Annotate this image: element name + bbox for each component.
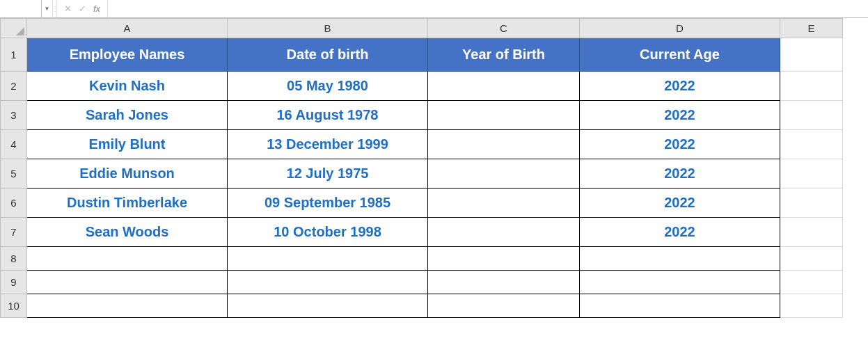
col-header-D[interactable]: D <box>580 19 780 38</box>
header-current-age[interactable]: Current Age <box>580 38 780 72</box>
grid-table: A B C D E 1 Employee Names Date of birth… <box>0 18 843 318</box>
cell-B8[interactable] <box>228 247 428 271</box>
cell-E8[interactable] <box>780 247 843 271</box>
table-row: 2 Kevin Nash 05 May 1980 2022 <box>1 72 843 101</box>
row-header-9[interactable]: 9 <box>1 271 27 294</box>
spreadsheet-grid: A B C D E 1 Employee Names Date of birth… <box>0 18 868 318</box>
formula-bar: ▼ ⋮ ✕ ✓ fx <box>0 0 868 18</box>
col-header-E[interactable]: E <box>780 19 843 38</box>
cell-A2[interactable]: Kevin Nash <box>27 72 228 101</box>
cancel-icon[interactable]: ✕ <box>64 3 72 14</box>
header-date-of-birth[interactable]: Date of birth <box>228 38 428 72</box>
cell-D4[interactable]: 2022 <box>580 130 780 159</box>
cell-C4[interactable] <box>428 130 580 159</box>
row-header-1[interactable]: 1 <box>1 38 27 72</box>
cell-E10[interactable] <box>780 294 843 318</box>
cell-C5[interactable] <box>428 159 580 189</box>
table-row: 10 <box>1 294 843 318</box>
cell-E6[interactable] <box>780 189 843 218</box>
table-row: 6 Dustin Timberlake 09 September 1985 20… <box>1 189 843 218</box>
cell-D10[interactable] <box>580 294 780 318</box>
column-header-row: A B C D E <box>1 19 843 38</box>
header-employee-names[interactable]: Employee Names <box>27 38 228 72</box>
enter-icon[interactable]: ✓ <box>79 3 86 14</box>
cell-A10[interactable] <box>27 294 228 318</box>
cell-A8[interactable] <box>27 247 228 271</box>
cell-E3[interactable] <box>780 101 843 130</box>
col-header-A[interactable]: A <box>27 19 228 38</box>
cell-A9[interactable] <box>27 271 228 294</box>
formula-input[interactable] <box>108 0 868 17</box>
select-all-corner[interactable] <box>1 19 27 38</box>
header-year-of-birth[interactable]: Year of Birth <box>428 38 580 72</box>
cell-D6[interactable]: 2022 <box>580 189 780 218</box>
cell-E1[interactable] <box>780 38 843 72</box>
cell-C3[interactable] <box>428 101 580 130</box>
row-header-5[interactable]: 5 <box>1 159 27 189</box>
table-row: 8 <box>1 247 843 271</box>
cell-E2[interactable] <box>780 72 843 101</box>
table-row: 5 Eddie Munson 12 July 1975 2022 <box>1 159 843 189</box>
cell-D3[interactable]: 2022 <box>580 101 780 130</box>
table-row: 1 Employee Names Date of birth Year of B… <box>1 38 843 72</box>
cell-B6[interactable]: 09 September 1985 <box>228 189 428 218</box>
cell-E9[interactable] <box>780 271 843 294</box>
cell-A3[interactable]: Sarah Jones <box>27 101 228 130</box>
cell-A5[interactable]: Eddie Munson <box>27 159 228 189</box>
cell-E7[interactable] <box>780 218 843 247</box>
cell-A7[interactable]: Sean Woods <box>27 218 228 247</box>
cell-A6[interactable]: Dustin Timberlake <box>27 189 228 218</box>
table-row: 9 <box>1 271 843 294</box>
cell-D2[interactable]: 2022 <box>580 72 780 101</box>
name-box[interactable] <box>0 0 42 17</box>
row-header-2[interactable]: 2 <box>1 72 27 101</box>
fx-icon[interactable]: fx <box>93 3 100 14</box>
cell-D5[interactable]: 2022 <box>580 159 780 189</box>
row-header-7[interactable]: 7 <box>1 218 27 247</box>
col-header-B[interactable]: B <box>228 19 428 38</box>
table-row: 7 Sean Woods 10 October 1998 2022 <box>1 218 843 247</box>
cell-C6[interactable] <box>428 189 580 218</box>
cell-E4[interactable] <box>780 130 843 159</box>
cell-E5[interactable] <box>780 159 843 189</box>
cell-C9[interactable] <box>428 271 580 294</box>
row-header-3[interactable]: 3 <box>1 101 27 130</box>
cell-D9[interactable] <box>580 271 780 294</box>
row-header-8[interactable]: 8 <box>1 247 27 271</box>
table-row: 3 Sarah Jones 16 August 1978 2022 <box>1 101 843 130</box>
cell-C2[interactable] <box>428 72 580 101</box>
cell-B7[interactable]: 10 October 1998 <box>228 218 428 247</box>
cell-B2[interactable]: 05 May 1980 <box>228 72 428 101</box>
cell-D8[interactable] <box>580 247 780 271</box>
cell-C7[interactable] <box>428 218 580 247</box>
cell-D7[interactable]: 2022 <box>580 218 780 247</box>
cell-B4[interactable]: 13 December 1999 <box>228 130 428 159</box>
row-header-6[interactable]: 6 <box>1 189 27 218</box>
row-header-4[interactable]: 4 <box>1 130 27 159</box>
cell-C8[interactable] <box>428 247 580 271</box>
cell-C10[interactable] <box>428 294 580 318</box>
col-header-C[interactable]: C <box>428 19 580 38</box>
cell-B5[interactable]: 12 July 1975 <box>228 159 428 189</box>
cell-A4[interactable]: Emily Blunt <box>27 130 228 159</box>
cell-B10[interactable] <box>228 294 428 318</box>
row-header-10[interactable]: 10 <box>1 294 27 318</box>
cell-B3[interactable]: 16 August 1978 <box>228 101 428 130</box>
formula-bar-controls: ✕ ✓ fx <box>57 0 108 17</box>
table-row: 4 Emily Blunt 13 December 1999 2022 <box>1 130 843 159</box>
cell-B9[interactable] <box>228 271 428 294</box>
